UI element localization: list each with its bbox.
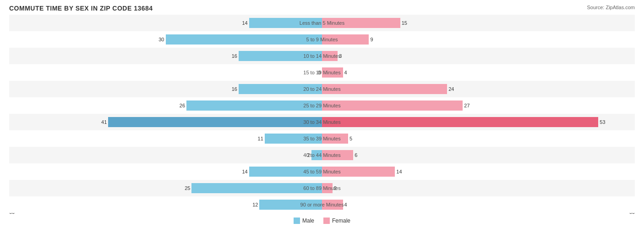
- row-content: 15 to 19 Minutes 0 4: [9, 64, 635, 81]
- legend: Male Female: [9, 218, 635, 224]
- bar-male: [108, 117, 322, 127]
- value-male: 16: [232, 53, 237, 59]
- bar-female: [322, 100, 463, 111]
- chart-row: 15 to 19 Minutes 0 4: [9, 64, 635, 81]
- row-label: 30 to 34 Minutes: [303, 119, 340, 125]
- source-label: Source: ZipAtlas.com: [587, 5, 635, 10]
- value-male: 12: [252, 202, 258, 207]
- row-content: 30 to 34 Minutes 41 53: [9, 114, 635, 130]
- chart-row: 10 to 14 Minutes 16 3: [9, 48, 635, 64]
- bar-female: [322, 84, 447, 94]
- value-female: 27: [464, 103, 469, 108]
- chart-row: 40 to 44 Minutes 2 6: [9, 147, 635, 163]
- bar-female: [322, 117, 598, 127]
- legend-female-box: [323, 218, 330, 224]
- bar-male: [186, 100, 322, 111]
- chart-row: 60 to 89 Minutes 25 2: [9, 180, 635, 196]
- legend-female-label: Female: [332, 218, 350, 224]
- legend-male: Male: [294, 218, 314, 224]
- legend-male-label: Male: [302, 218, 314, 224]
- row-label: 35 to 39 Minutes: [303, 136, 340, 141]
- row-content: 20 to 24 Minutes 16 24: [9, 81, 635, 97]
- row-content: 25 to 29 Minutes 26 27: [9, 97, 635, 114]
- value-male: 14: [242, 20, 247, 26]
- row-content: 45 to 59 Minutes 14 14: [9, 163, 635, 180]
- row-label: 45 to 59 Minutes: [303, 169, 340, 174]
- row-label: Less than 5 Minutes: [300, 20, 344, 26]
- chart-row: 90 or more Minutes 12 4: [9, 196, 635, 213]
- row-label: 25 to 29 Minutes: [303, 103, 340, 108]
- row-label: 20 to 24 Minutes: [303, 86, 340, 92]
- value-male: 14: [242, 169, 247, 174]
- value-female: 9: [370, 37, 373, 42]
- value-female: 4: [344, 70, 347, 75]
- value-male: 11: [258, 136, 263, 141]
- legend-male-box: [294, 218, 300, 224]
- row-content: 60 to 89 Minutes 25 2: [9, 180, 635, 196]
- row-label: 10 to 14 Minutes: [303, 53, 340, 59]
- row-label: 5 to 9 Minutes: [306, 37, 338, 42]
- row-label: 15 to 19 Minutes: [303, 70, 340, 75]
- value-female: 5: [349, 136, 352, 141]
- row-content: 35 to 39 Minutes 11 5: [9, 130, 635, 147]
- value-female: 15: [402, 20, 407, 26]
- chart-row: 45 to 59 Minutes 14 14: [9, 163, 635, 180]
- row-label: 60 to 89 Minutes: [303, 185, 340, 191]
- value-male: 30: [158, 37, 164, 42]
- legend-female: Female: [323, 218, 350, 224]
- value-male: 16: [232, 86, 237, 92]
- chart-row: Less than 5 Minutes 14 15: [9, 15, 635, 31]
- value-male: 25: [185, 185, 190, 191]
- row-label: 90 or more Minutes: [300, 202, 344, 207]
- chart-row: 5 to 9 Minutes 30 9: [9, 31, 635, 48]
- chart-row: 25 to 29 Minutes 26 27: [9, 97, 635, 114]
- row-content: 5 to 9 Minutes 30 9: [9, 31, 635, 48]
- chart-container: COMMUTE TIME BY SEX IN ZIP CODE 13684 So…: [0, 0, 644, 240]
- chart-title: COMMUTE TIME BY SEX IN ZIP CODE 13684: [9, 5, 635, 12]
- row-content: 40 to 44 Minutes 2 6: [9, 147, 635, 163]
- value-female: 4: [344, 202, 347, 207]
- row-label: 40 to 44 Minutes: [303, 152, 340, 158]
- value-female: 14: [396, 169, 402, 174]
- chart-area: Less than 5 Minutes 14 15 5 to 9 Minutes…: [9, 15, 635, 207]
- value-male: 41: [101, 119, 107, 125]
- chart-row: 35 to 39 Minutes 11 5: [9, 130, 635, 147]
- value-female: 24: [448, 86, 454, 92]
- chart-row: 30 to 34 Minutes 41 53: [9, 114, 635, 130]
- bar-male: [191, 183, 322, 193]
- chart-row: 20 to 24 Minutes 16 24: [9, 81, 635, 97]
- value-female: 53: [600, 119, 605, 125]
- row-content: 10 to 14 Minutes 16 3: [9, 48, 635, 64]
- row-content: 90 or more Minutes 12 4: [9, 196, 635, 213]
- row-content: Less than 5 Minutes 14 15: [9, 15, 635, 31]
- bar-male: [166, 34, 322, 45]
- value-male: 26: [180, 103, 185, 108]
- value-female: 6: [355, 152, 357, 158]
